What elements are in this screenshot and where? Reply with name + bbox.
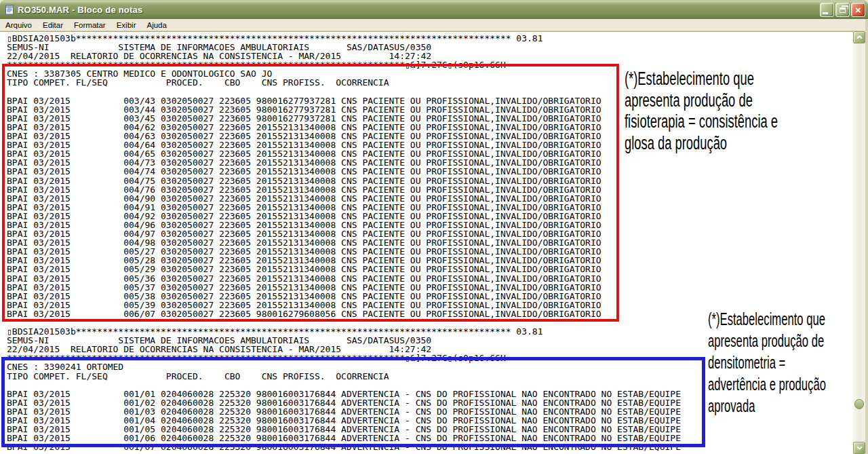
window-title: RO350.MAR - Bloco de notas <box>18 5 142 15</box>
window-border-right <box>865 19 868 454</box>
restore-button[interactable] <box>835 3 850 17</box>
window-controls: × <box>820 3 865 17</box>
menu-item-arquivo[interactable]: Arquivo <box>0 20 37 30</box>
menu-item-editar[interactable]: Editar <box>37 20 68 30</box>
scroll-down-button[interactable] <box>853 442 865 454</box>
chevron-down-icon <box>856 446 863 450</box>
scrollbar-thumb[interactable] <box>854 399 864 409</box>
chevron-up-icon <box>856 35 863 39</box>
restore-icon <box>840 7 846 13</box>
menu-bar: ArquivoEditarFormatarExibirAjuda <box>0 19 868 31</box>
close-button[interactable]: × <box>851 3 865 17</box>
close-icon: × <box>855 5 861 15</box>
text-editor-area[interactable]: ▯BDSIA201503b***************************… <box>0 31 853 454</box>
notepad-icon <box>4 4 15 15</box>
menu-item-exibir[interactable]: Exibir <box>111 20 142 30</box>
menu-item-formatar[interactable]: Formatar <box>68 20 111 30</box>
report-text[interactable]: ▯BDSIA201503b***************************… <box>7 34 681 451</box>
minimize-button[interactable] <box>820 3 834 17</box>
minimize-icon <box>823 12 828 14</box>
scroll-up-button[interactable] <box>853 31 865 43</box>
notepad-window: RO350.MAR - Bloco de notas × ArquivoEdit… <box>0 0 868 454</box>
title-bar[interactable]: RO350.MAR - Bloco de notas × <box>0 0 868 19</box>
vertical-scrollbar[interactable] <box>853 31 865 454</box>
menu-item-ajuda[interactable]: Ajuda <box>141 20 172 30</box>
